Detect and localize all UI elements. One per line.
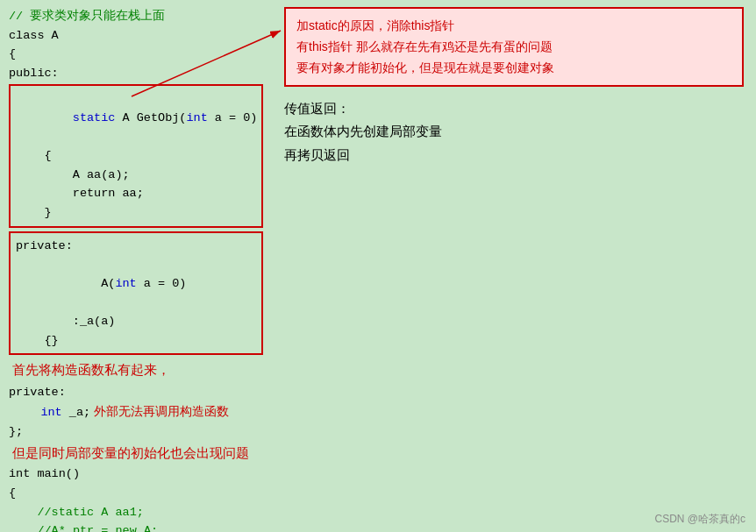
private-block: private: A(int a = 0) :_a(a) {} (9, 231, 263, 356)
closing-brace: }; (9, 422, 263, 442)
static-brace-close: } (16, 203, 256, 223)
static-method-block: static A GetObj(int a = 0) { A aa(a); re… (9, 84, 263, 227)
static-body2: return aa; (16, 184, 256, 203)
public-label: public: (9, 64, 263, 83)
inline-note-area: 首先将构造函数私有起来， (9, 358, 263, 381)
note-private-ctor: 首先将构造函数私有起来， (12, 358, 263, 381)
pass-by-value-line1: 在函数体内先创建局部变量 (284, 120, 744, 143)
private-label1: private: (16, 237, 256, 256)
csdn-watermark: CSDN @哈茶真的c (654, 512, 745, 527)
local-var-note: 但是同时局部变量的初始化也会出现问题 (9, 441, 263, 465)
annotation-panel: 加static的原因，消除this指针 有this指针 那么就存在先有鸡还是先有… (272, 0, 756, 532)
red-box-line2: 有this指针 那么就存在先有鸡还是先有蛋的问题 (296, 37, 731, 58)
static-method-sig: static A GetObj(int a = 0) (16, 89, 256, 146)
private-label2: private: (9, 383, 263, 402)
private-brace: {} (16, 331, 256, 351)
red-box-line1: 加static的原因，消除this指针 (296, 16, 731, 37)
code-panel: // 要求类对象只能在栈上面 class A { public: static … (0, 0, 272, 532)
pass-by-value-section: 传值返回： 在函数体内先创建局部变量 再拷贝返回 (284, 97, 744, 166)
comment1: //static A aa1; (9, 503, 263, 522)
private-init: :_a(a) (16, 312, 256, 331)
red-box-line3: 要有对象才能初始化，但是现在就是要创建对象 (296, 58, 731, 79)
private-ctor: A(int a = 0) (16, 255, 256, 312)
brace-open: { (9, 45, 263, 64)
comment-line: // 要求类对象只能在栈上面 (9, 7, 263, 26)
red-annotation-box: 加static的原因，消除this指针 有this指针 那么就存在先有鸡还是先有… (284, 7, 744, 87)
class-decl: class A (9, 26, 263, 46)
pass-by-value-title: 传值返回： (284, 97, 744, 120)
static-brace-open: { (16, 146, 256, 166)
comment2: //A* ptr = new A; (9, 521, 263, 532)
main-func: int main() (9, 465, 263, 484)
static-body1: A aa(a); (16, 166, 256, 185)
no-ctor-note: 外部无法再调用构造函数 (94, 401, 229, 421)
main-brace-open: { (9, 484, 263, 503)
pass-by-value-line2: 再拷贝返回 (284, 144, 744, 167)
int-line: int _a; 外部无法再调用构造函数 (9, 401, 263, 422)
